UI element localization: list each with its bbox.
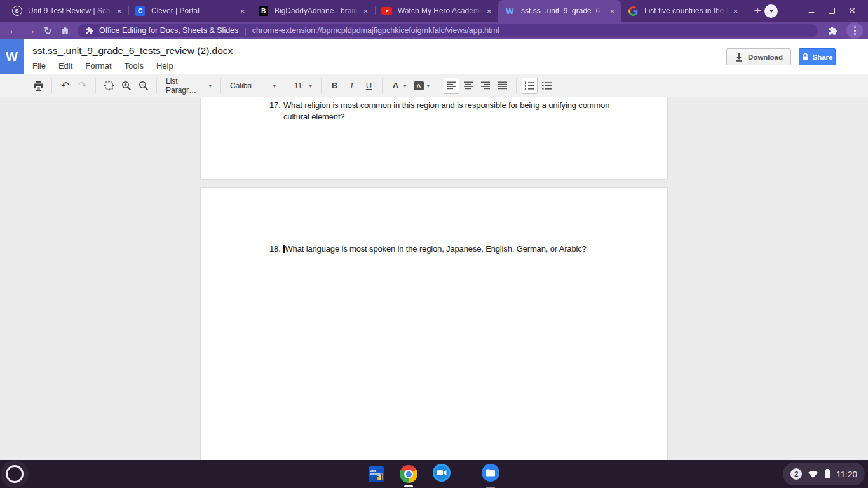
question-text: What religion is most common in this reg… xyxy=(283,100,609,123)
word-icon: W xyxy=(505,6,515,17)
menu-file[interactable]: File xyxy=(32,61,46,71)
puzzle-icon xyxy=(828,26,837,36)
browser-navbar: ← → ↻ Office Editing for Docs, Sheets & … xyxy=(0,22,868,39)
reload-button[interactable]: ↻ xyxy=(39,22,57,39)
back-button[interactable]: ← xyxy=(5,22,22,39)
numbered-list-icon xyxy=(524,81,535,90)
tab-title: sst.ss_.unit_9_grade_6_tests xyxy=(521,6,607,15)
minimize-button[interactable]: – xyxy=(803,3,820,19)
screen: S Unit 9 Test Review | Schoolo × C Cleve… xyxy=(0,0,868,488)
data-manager-icon: Data Manager xyxy=(369,466,384,482)
data-manager-app-button[interactable]: Data Manager xyxy=(369,466,384,482)
tab-word-doc-active[interactable]: W sst.ss_.unit_9_grade_6_tests × xyxy=(498,0,621,22)
chevron-down-icon[interactable]: ▾ xyxy=(427,83,430,89)
zoom-out-button[interactable] xyxy=(135,78,151,94)
tab-clever[interactable]: C Clever | Portal × xyxy=(128,0,252,22)
schoology-icon: S xyxy=(11,6,22,17)
text-cursor xyxy=(283,245,285,253)
document-title[interactable]: sst.ss_.unit_9_grade_6_tests_review (2).… xyxy=(32,45,233,57)
chevron-down-icon[interactable]: ▾ xyxy=(403,83,407,89)
close-icon[interactable]: × xyxy=(730,6,741,17)
close-icon[interactable]: × xyxy=(360,6,371,17)
menu-edit[interactable]: Edit xyxy=(58,61,72,71)
tab-youtube[interactable]: Watch My Hero Academia S × xyxy=(375,0,498,22)
restore-icon xyxy=(829,8,835,14)
italic-button[interactable]: I xyxy=(344,78,360,94)
browser-menu-button[interactable] xyxy=(846,22,863,39)
profile-chevron-button[interactable] xyxy=(764,4,778,18)
extension-name: Office Editing for Docs, Sheets & Slides xyxy=(99,26,238,35)
document-page-2[interactable]: 18. What language is most spoken in the … xyxy=(201,188,667,460)
chromeos-shelf: Data Manager 2 11: xyxy=(0,460,868,488)
editor-menubar: File Edit Format Tools Help xyxy=(32,61,173,71)
question-number: 18. xyxy=(269,243,283,255)
align-justify-button[interactable] xyxy=(495,78,511,94)
close-icon[interactable]: × xyxy=(237,6,248,17)
close-window-button[interactable]: × xyxy=(844,3,860,19)
close-icon[interactable]: × xyxy=(607,6,618,17)
wifi-icon xyxy=(808,470,818,478)
tab-google-search[interactable]: List five countries in the Sau × xyxy=(621,0,745,22)
shelf-separator xyxy=(466,466,466,482)
align-left-icon xyxy=(447,81,456,90)
bullet-list-button[interactable] xyxy=(539,78,555,94)
status-tray[interactable]: 2 11:20 xyxy=(783,463,865,485)
extensions-button[interactable] xyxy=(824,22,841,39)
zoom-out-icon xyxy=(139,81,149,91)
text-color-button[interactable]: A xyxy=(388,78,403,94)
close-icon[interactable]: × xyxy=(114,6,125,17)
menu-tools[interactable]: Tools xyxy=(125,61,144,71)
underline-button[interactable]: U xyxy=(361,78,377,94)
print-button[interactable] xyxy=(31,78,46,94)
font-family-dropdown[interactable]: Calibri ▾ xyxy=(226,78,280,94)
align-center-button[interactable] xyxy=(461,78,477,94)
chrome-app-button[interactable] xyxy=(400,465,417,483)
restore-button[interactable] xyxy=(824,3,840,19)
tab-title: Unit 9 Test Review | Schoolo xyxy=(28,6,114,15)
paragraph-style-dropdown[interactable]: List Paragr… ▾ xyxy=(161,78,216,94)
tab-title: Watch My Hero Academia S xyxy=(398,6,484,15)
launcher-button[interactable] xyxy=(6,465,24,483)
home-button[interactable] xyxy=(57,22,74,39)
chevron-down-icon xyxy=(769,10,774,13)
files-app-button[interactable] xyxy=(482,464,499,484)
highlight-color-button[interactable]: A xyxy=(411,78,427,94)
align-right-button[interactable] xyxy=(478,78,494,94)
folder-icon xyxy=(482,464,499,482)
tab-schoology[interactable]: S Unit 9 Test Review | Schoolo × xyxy=(5,0,128,22)
menu-format[interactable]: Format xyxy=(85,61,111,71)
zoom-in-icon xyxy=(121,81,132,91)
document-page-1[interactable]: 17. What religion is most common in this… xyxy=(201,97,667,179)
zoom-in-button[interactable] xyxy=(118,78,134,94)
numbered-list-button[interactable] xyxy=(522,78,538,94)
brainly-icon: B xyxy=(258,6,269,17)
office-editor-header: W sst.ss_.unit_9_grade_6_tests_review (2… xyxy=(0,39,868,74)
redo-button[interactable]: ↷ xyxy=(74,78,90,94)
running-indicator xyxy=(404,485,413,487)
chevron-down-icon: ▾ xyxy=(273,83,276,89)
question-number: 17. xyxy=(269,100,283,123)
clever-icon: C xyxy=(135,6,146,17)
document-canvas[interactable]: 17. What religion is most common in this… xyxy=(0,97,868,460)
marquee-zoom-button[interactable] xyxy=(101,78,117,94)
align-left-button[interactable] xyxy=(444,78,459,94)
camera-app-button[interactable] xyxy=(433,464,451,484)
bullet-list-icon xyxy=(541,81,552,90)
tab-brainly[interactable]: B BigDaddyAdriane - brainly.c × xyxy=(252,0,375,22)
clock: 11:20 xyxy=(836,470,857,479)
omnibox-separator: | xyxy=(244,26,246,36)
font-size-dropdown[interactable]: 11 ▾ xyxy=(290,78,316,94)
share-button[interactable]: Share xyxy=(799,48,836,65)
menu-help[interactable]: Help xyxy=(156,61,173,71)
browser-tab-strip: S Unit 9 Test Review | Schoolo × C Cleve… xyxy=(0,0,868,22)
address-bar[interactable]: Office Editing for Docs, Sheets & Slides… xyxy=(78,24,818,37)
marquee-zoom-icon xyxy=(104,80,114,91)
download-button[interactable]: Download xyxy=(726,48,791,65)
close-icon[interactable]: × xyxy=(484,6,494,17)
bold-button[interactable]: B xyxy=(327,78,342,94)
undo-button[interactable]: ↶ xyxy=(57,78,73,94)
new-tab-button[interactable]: + xyxy=(749,2,766,20)
chevron-down-icon: ▾ xyxy=(208,83,212,89)
forward-button[interactable]: → xyxy=(22,22,39,39)
bar-chart-icon xyxy=(377,473,384,480)
